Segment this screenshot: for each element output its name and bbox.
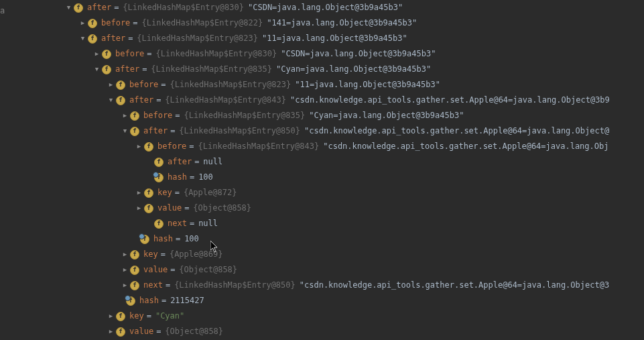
expand-arrow-icon[interactable] (106, 77, 116, 93)
expand-arrow-icon[interactable] (134, 201, 144, 216)
field-name: value (129, 324, 153, 339)
tree-row[interactable]: fkey={Apple@872} (0, 185, 644, 201)
field-badge-icon: f (102, 65, 111, 74)
equals-sign: = (184, 201, 189, 216)
tree-row[interactable]: fbefore={LinkedHashMap$Entry@830}"CSDN=j… (0, 46, 644, 62)
equals-sign: = (166, 278, 170, 293)
equals-sign: = (161, 77, 166, 93)
field-badge-icon: f (144, 188, 153, 198)
object-reference: {LinkedHashMap$Entry@843} (198, 139, 320, 154)
equals-sign: = (114, 0, 119, 15)
debugger-variables-tree[interactable]: fafter={LinkedHashMap$Entry@830}"CSDN=ja… (0, 0, 644, 339)
expand-arrow-icon[interactable] (120, 108, 130, 123)
equals-sign: = (156, 93, 161, 108)
object-reference: {LinkedHashMap$Entry@850} (179, 123, 300, 139)
field-badge-icon: f (88, 19, 97, 28)
collapse-arrow-icon[interactable] (120, 123, 130, 139)
field-badge-icon: f (154, 219, 164, 229)
expand-arrow-icon[interactable] (134, 139, 144, 154)
tree-row[interactable]: fbefore={LinkedHashMap$Entry@835}"Cyan=j… (0, 108, 644, 123)
equals-sign: = (175, 185, 180, 201)
tree-row[interactable]: fvalue={Object@858} (0, 324, 644, 339)
object-reference: {Apple@872} (184, 185, 237, 201)
tree-row[interactable]: fbefore={LinkedHashMap$Entry@843}"csdn.k… (0, 139, 644, 154)
field-badge-icon: f (116, 80, 125, 90)
field-badge-icon: f (130, 250, 139, 260)
equals-sign: = (175, 108, 180, 123)
field-name: after (115, 62, 139, 77)
expand-arrow-icon[interactable] (120, 262, 130, 278)
object-reference: {LinkedHashMap$Entry@835} (151, 62, 272, 77)
field-value: "csdn.knowledge.api_tools.gather.set.App… (290, 93, 610, 108)
object-reference: {LinkedHashMap$Entry@850} (174, 278, 296, 293)
object-reference: {LinkedHashMap$Entry@830} (156, 46, 277, 62)
equals-sign: = (147, 46, 151, 62)
object-reference: {LinkedHashMap$Entry@823} (137, 31, 258, 46)
field-name: before (129, 77, 158, 93)
object-reference: {Object@858} (193, 201, 251, 216)
equals-sign: = (189, 139, 194, 154)
field-name: key (143, 247, 158, 262)
field-badge-icon: f (130, 266, 139, 275)
expand-arrow-icon[interactable] (120, 278, 130, 293)
tree-row[interactable]: fafter={LinkedHashMap$Entry@843}"csdn.kn… (0, 93, 644, 108)
expand-arrow-icon[interactable] (106, 308, 116, 324)
tree-row[interactable]: fafter={LinkedHashMap$Entry@823}"11=java… (0, 31, 644, 46)
equals-sign: = (194, 154, 199, 170)
expand-arrow-icon[interactable] (78, 15, 88, 31)
tree-row[interactable]: fkey={Apple@869} (0, 247, 644, 262)
field-badge-icon: f (88, 34, 97, 44)
tree-row[interactable]: fhash=2115427 (0, 293, 644, 308)
field-badge-icon: f (116, 312, 125, 321)
tree-row[interactable]: fvalue={Object@858} (0, 262, 644, 278)
field-value: "141=java.lang.Object@3b9a45b3" (267, 15, 417, 31)
field-name: key (157, 185, 172, 201)
tree-row[interactable]: fbefore={LinkedHashMap$Entry@822}"141=ja… (0, 15, 644, 31)
equals-sign: = (176, 231, 180, 247)
expand-arrow-icon[interactable] (106, 324, 116, 339)
tree-row[interactable]: fkey="Cyan" (0, 308, 644, 324)
collapse-arrow-icon[interactable] (78, 31, 88, 46)
tree-row[interactable]: fnext=null (0, 216, 644, 231)
collapse-arrow-icon[interactable] (92, 62, 102, 77)
equals-sign: = (161, 247, 166, 262)
tree-row[interactable]: fnext={LinkedHashMap$Entry@850}"csdn.kno… (0, 278, 644, 293)
tree-row[interactable]: fhash=100 (0, 170, 644, 185)
equals-sign: = (128, 31, 133, 46)
tree-row[interactable]: fafter=null (0, 154, 644, 170)
field-name: hash (168, 170, 187, 185)
collapse-arrow-icon[interactable] (106, 93, 116, 108)
expand-arrow-icon[interactable] (134, 185, 144, 201)
tree-row[interactable]: fafter={LinkedHashMap$Entry@850}"csdn.kn… (0, 123, 644, 139)
field-badge-icon: f (130, 281, 139, 290)
equals-sign: = (162, 293, 166, 308)
tree-row[interactable]: fbefore={LinkedHashMap$Entry@823}"11=jav… (0, 77, 644, 93)
field-name: after (87, 0, 111, 15)
field-badge-icon: f (144, 204, 153, 213)
expand-arrow-icon[interactable] (92, 46, 102, 62)
field-value: null (198, 216, 218, 231)
object-reference: {LinkedHashMap$Entry@830} (123, 0, 244, 15)
object-reference: {LinkedHashMap$Entry@823} (170, 77, 292, 93)
field-name: before (101, 15, 130, 31)
equals-sign: = (133, 15, 137, 31)
collapse-arrow-icon[interactable] (64, 0, 74, 15)
tree-row[interactable]: fvalue={Object@858} (0, 201, 644, 216)
field-badge-icon: f (154, 158, 164, 167)
field-name: next (168, 216, 187, 231)
equals-sign: = (190, 170, 194, 185)
tree-row[interactable]: fafter={LinkedHashMap$Entry@830}"CSDN=ja… (0, 0, 644, 15)
field-name: value (157, 201, 182, 216)
field-value: 2115427 (170, 293, 204, 308)
object-reference: {Object@858} (165, 324, 223, 339)
field-value: 100 (184, 231, 199, 247)
tree-row[interactable]: fafter={LinkedHashMap$Entry@835}"Cyan=ja… (0, 62, 644, 77)
expand-arrow-icon[interactable] (120, 247, 130, 262)
equals-sign: = (147, 308, 151, 324)
field-badge-icon: f (140, 235, 149, 244)
object-reference: {LinkedHashMap$Entry@835} (184, 108, 306, 123)
tree-row[interactable]: fhash=100 (0, 231, 644, 247)
field-value: "Cyan=java.lang.Object@3b9a45b3" (276, 62, 431, 77)
field-badge-icon: f (126, 296, 135, 306)
field-badge-icon: f (74, 3, 83, 13)
